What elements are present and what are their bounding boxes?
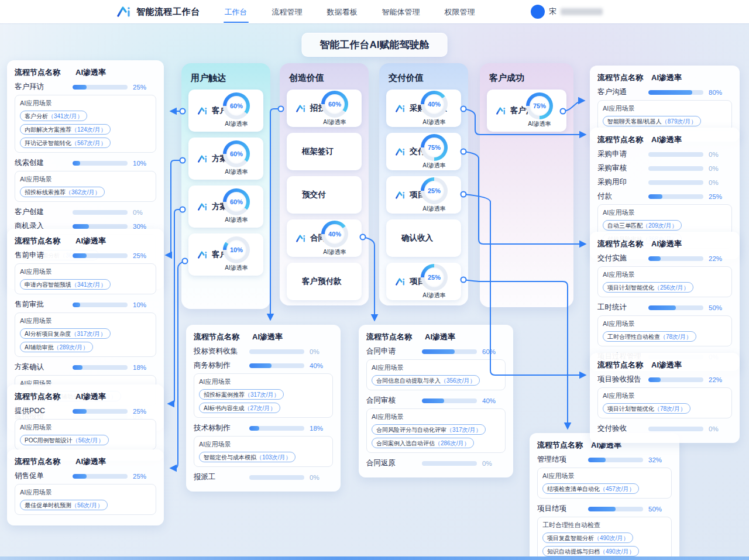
nav-item-0[interactable]: 工作台 — [224, 1, 249, 23]
avatar[interactable] — [531, 5, 545, 19]
user-menu[interactable]: 宋 — [531, 5, 603, 19]
table-row: 项目验收报告22% — [597, 373, 732, 386]
ai-rate-value: 25% — [709, 193, 732, 200]
flow-node-项目结项[interactable]: 项目结项25%AI渗透率 — [386, 263, 461, 300]
tag-count: （362次/月） — [66, 188, 100, 196]
donut-percent: 75% — [421, 144, 448, 151]
ai-rate-bar-fill — [73, 85, 87, 90]
col-header-node-name: 流程节点名称 — [537, 440, 591, 451]
flow-node-项目验收[interactable]: 项目验收25%AI渗透率 — [386, 176, 461, 214]
bottom-decor-strip — [0, 556, 749, 560]
card-header: 流程节点名称AI渗透率 — [194, 331, 333, 343]
ai-rate-bar — [73, 161, 128, 166]
ai-rate-value: 0% — [709, 425, 732, 432]
table-row: 付款25% — [597, 190, 732, 202]
detail-card-acceptance: 流程节点名称AI渗透率项目验收报告22%AI应用场景项目计划智能优化（78次/月… — [590, 353, 740, 443]
ai-rate-bar-fill — [73, 409, 87, 414]
ai-node-icon — [396, 277, 406, 286]
ai-rate-bar — [249, 426, 304, 431]
ai-scene-tags: 申请内容智能预填（341次/月） — [20, 279, 151, 290]
donut-percent: 40% — [321, 231, 348, 238]
node-name: 线索创建 — [15, 158, 73, 168]
flow-node-方案验证[interactable]: 方案验证60%AI渗透率 — [188, 185, 263, 228]
column-user-reach: 用户触达客户接触60%AI渗透率方案交流60%AI渗透率方案验证60%AI渗透率… — [181, 63, 270, 309]
ai-rate-value: 22% — [709, 255, 732, 262]
tag-count: （567次/月） — [71, 139, 106, 147]
nav-item-4[interactable]: 权限管理 — [444, 1, 476, 23]
ai-rate-bar — [648, 180, 703, 185]
ai-node-icon — [296, 104, 307, 113]
ai-rate-value: 80% — [709, 89, 732, 96]
ai-scene-label: AI应用场景 — [372, 363, 500, 372]
tag-text: 客户分析 — [25, 112, 48, 120]
flow-node-合同签订[interactable]: 合同签订40%AI渗透率 — [287, 219, 362, 257]
table-row: 线索创建10% — [15, 157, 156, 169]
detail-card-bidding: 流程节点名称AI渗透率投标资料收集0%商务标制作40%AI应用场景招投标案例推荐… — [186, 325, 341, 492]
detail-card-delivery-impl: 流程节点名称AI渗透率交付实施22%AI应用场景项目计划智能优化（256次/月）… — [590, 232, 740, 371]
card-header: 流程节点名称AI渗透率 — [597, 72, 732, 84]
node-name: 采购申请 — [597, 149, 648, 159]
ai-scene-tag: 结项检查清单自动化（457次/月） — [542, 483, 639, 494]
col-header-ai-rate: AI渗透率 — [75, 67, 156, 78]
tag-count: （27次/月） — [244, 404, 276, 412]
flow-node-预交付[interactable]: 预交付 — [287, 176, 362, 214]
nav-item-3[interactable]: 智能体管理 — [381, 1, 421, 23]
tag-text: 自动三单匹配 — [607, 222, 643, 229]
flow-node-客户立项[interactable]: 客户立项10%AI渗透率 — [188, 233, 263, 276]
col-header-ai-rate: AI渗透率 — [651, 135, 732, 145]
tag-text: AI分析项目复杂度 — [25, 330, 71, 338]
col-header-ai-rate: AI渗透率 — [425, 332, 506, 342]
ai-rate-bar-fill — [73, 474, 87, 479]
flow-node-招投标[interactable]: 招投标60%AI渗透率 — [287, 90, 362, 127]
donut-percent: 40% — [421, 101, 448, 108]
tag-count: （317次/月） — [245, 391, 279, 398]
table-row: 交付验收0% — [597, 422, 732, 435]
flow-node-方案交流[interactable]: 方案交流60%AI渗透率 — [188, 138, 263, 180]
ai-rate-bar-fill — [73, 303, 80, 307]
tag-count: （124次/月） — [71, 126, 106, 133]
ai-rate-bar — [648, 152, 703, 157]
flow-node-框架签订[interactable]: 框架签订 — [287, 133, 362, 170]
table-row: 技术标制作18% — [194, 422, 333, 434]
tag-count: （286次/月） — [435, 439, 469, 447]
col-header-node-name: 流程节点名称 — [194, 332, 252, 342]
tag-count: （56次/月） — [73, 437, 104, 444]
ai-rate-bar-fill — [422, 349, 455, 354]
ai-scene-tag: AI辅助审批（289次/月） — [20, 342, 93, 352]
node-name: 销售促单 — [15, 471, 73, 481]
ai-scene-tags: 项目计划智能优化（256次/月） — [603, 282, 727, 293]
ai-scene-tags: 工时合理性自动检查（78次/月） — [603, 331, 727, 342]
flow-node-确认收入[interactable]: 确认收入 — [386, 219, 461, 257]
donut-label: AI渗透率 — [312, 118, 357, 126]
flow-node-客户沟通[interactable]: 客户沟通75%AI渗透率 — [487, 90, 566, 132]
node-name: 售前申请 — [15, 250, 73, 260]
table-row: 采购申请0% — [597, 148, 732, 160]
tag-count: （879次/月） — [662, 118, 696, 125]
detail-card-project-closure: 流程节点名称AI渗透率管理结项32%AI应用场景结项检查清单自动化（457次/月… — [530, 433, 679, 560]
ai-rate-bar — [648, 377, 703, 382]
tag-text: 项目计划智能优化 — [607, 405, 654, 413]
ai-scene-tag: AI标书内容生成（27次/月） — [199, 403, 280, 413]
flow-node-交付[interactable]: 交付75%AI渗透率 — [386, 133, 461, 170]
ai-scene-tags: 合同风险评分与自动化评审（317次/月）合同案例入选自动评估（286次/月） — [372, 424, 500, 448]
flow-node-采购&付款[interactable]: 采购&付款40%AI渗透率 — [386, 90, 461, 127]
ai-scene-tag: 客户分析（341次/月） — [20, 111, 87, 121]
tag-text: 项目复盘智能分析 — [547, 534, 594, 542]
ai-rate-value: 40% — [310, 362, 333, 369]
ai-scene-tag: AI分析项目复杂度（317次/月） — [20, 328, 111, 339]
donut-percent: 60% — [223, 150, 250, 157]
card-header: 流程节点名称AI渗透率 — [597, 359, 732, 371]
ai-rate-value: 40% — [482, 397, 506, 404]
ai-rate-bar — [648, 194, 703, 199]
flow-node-客户接触[interactable]: 客户接触60%AI渗透率 — [188, 90, 263, 132]
ai-scene-tags: 招投标线索推荐（362次/月） — [20, 187, 151, 197]
ai-scene-tag: 合同风险评分与自动化评审（317次/月） — [372, 424, 486, 435]
nav-item-2[interactable]: 数据看板 — [326, 1, 359, 23]
flow-node-客户预付款[interactable]: 客户预付款 — [287, 263, 362, 300]
col-header-ai-rate: AI渗透率 — [651, 360, 732, 370]
tag-text: AI标书内容生成 — [204, 404, 244, 412]
table-row: 合同返原0% — [366, 457, 506, 469]
donut-chart: 25% — [421, 264, 448, 291]
col-header-ai-rate: AI渗透率 — [651, 73, 732, 83]
nav-item-1[interactable]: 流程管理 — [271, 1, 304, 23]
